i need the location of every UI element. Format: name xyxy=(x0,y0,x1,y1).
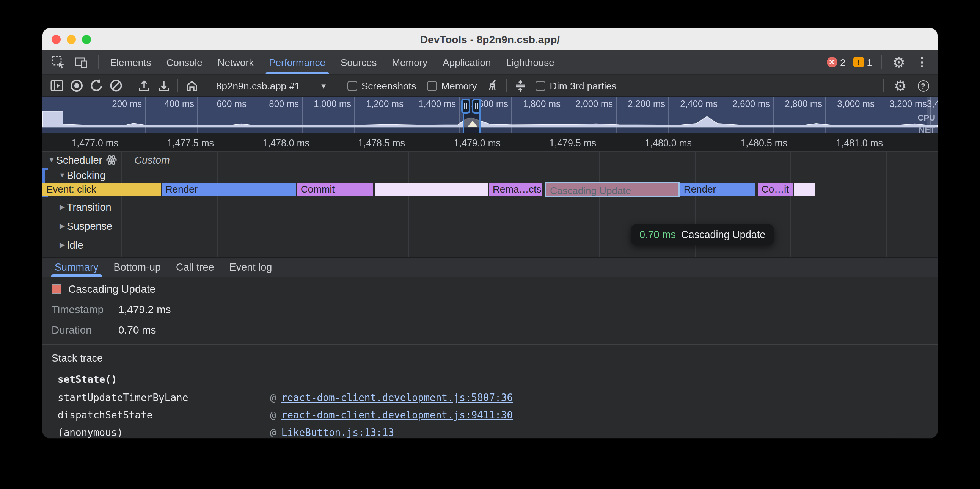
frame-source-link[interactable]: LikeButton.js:13:13 xyxy=(282,427,394,438)
gridline xyxy=(791,152,791,257)
divider xyxy=(883,79,884,92)
details-tabbar: SummaryBottom-upCall treeEvent log xyxy=(43,257,937,278)
frame-source-link[interactable]: react-dom-client.development.js:5807:36 xyxy=(282,392,513,403)
event-bar-commit[interactable]: Commit xyxy=(297,183,373,196)
chevron-expanded-icon[interactable]: ▼ xyxy=(47,156,56,164)
frame-function: dispatchSetState xyxy=(58,410,270,421)
chevron-expanded-icon[interactable]: ▼ xyxy=(58,171,67,179)
collapse-tracks-icon[interactable] xyxy=(510,76,530,95)
event-bar-unlabeled[interactable] xyxy=(374,183,488,196)
upload-profile-icon[interactable] xyxy=(134,76,154,95)
chevron-collapsed-icon[interactable]: ▶ xyxy=(58,203,67,211)
selection-right-handle[interactable] xyxy=(472,98,481,114)
cpu-activity-chart xyxy=(43,111,937,127)
tab-elements[interactable]: Elements xyxy=(102,50,159,74)
reload-record-icon[interactable] xyxy=(86,76,106,95)
screenshots-label: Screenshots xyxy=(361,80,417,91)
stack-frame--anonymous-: (anonymous)@LikeButton.js:13:13 xyxy=(58,427,394,438)
lane-label: Suspense xyxy=(67,220,112,232)
tabbar-left-icons xyxy=(43,50,102,74)
screenshots-checkbox[interactable] xyxy=(347,81,357,90)
frame-at-symbol: @ xyxy=(270,410,276,421)
gridline xyxy=(504,152,504,257)
tab-event-log[interactable]: Event log xyxy=(222,258,280,277)
tab-application[interactable]: Application xyxy=(435,50,498,74)
event-bar-rema-cts[interactable]: Rema…cts xyxy=(489,183,542,196)
memory-checkbox[interactable] xyxy=(427,81,437,90)
perf-toolbar: 8p2n9n.csb.app #1 ▼ Screenshots Memory xyxy=(43,75,937,97)
titlebar: DevTools - 8p2n9n.csb.app/ xyxy=(43,28,937,50)
target-select-value: 8p2n9n.csb.app #1 xyxy=(216,80,300,91)
stack-frame-startupdatetimerbylane: startUpdateTimerByLane@react-dom-client.… xyxy=(58,392,513,403)
tab-network[interactable]: Network xyxy=(210,50,261,74)
tab-summary[interactable]: Summary xyxy=(47,258,106,277)
dim-3rd-parties-checkbox[interactable] xyxy=(535,81,545,90)
stack-frame-dispatchsetstate: dispatchSetState@react-dom-client.develo… xyxy=(58,410,513,421)
toolbar-right: ⚙ ? xyxy=(879,76,933,95)
divider xyxy=(178,79,178,92)
home-icon[interactable] xyxy=(182,76,202,95)
ruler-label: 1,477.0 ms xyxy=(50,138,118,149)
overview-tick-label: 600 ms xyxy=(196,98,247,109)
tab-memory[interactable]: Memory xyxy=(384,50,435,74)
event-bar-co-it[interactable]: Co…it xyxy=(758,183,793,196)
dim-3rd-parties-checkbox-item: Dim 3rd parties xyxy=(530,80,622,91)
summary-row-label: Duration xyxy=(52,324,112,336)
cpu-label: CPU xyxy=(918,113,935,122)
gridline xyxy=(217,152,218,257)
event-bar-render[interactable]: Render xyxy=(162,183,296,196)
chevron-collapsed-icon[interactable]: ▶ xyxy=(58,241,67,249)
tab-sources[interactable]: Sources xyxy=(333,50,384,74)
dim-3rd-parties-label: Dim 3rd parties xyxy=(550,80,616,91)
divider xyxy=(337,79,338,92)
overview-tick-label: 2,400 ms xyxy=(668,98,718,109)
lane-blocking[interactable]: ▼ Blocking xyxy=(43,168,105,182)
devtools-window: DevTools - 8p2n9n.csb.app/ xyxy=(43,28,937,438)
frame-source-link[interactable]: react-dom-client.development.js:9411:30 xyxy=(282,410,513,421)
minimize-window-button[interactable] xyxy=(67,35,76,44)
garbage-collect-brush-icon[interactable] xyxy=(482,76,502,95)
clear-icon[interactable] xyxy=(106,76,126,95)
zoom-window-button[interactable] xyxy=(82,35,91,44)
tab-performance[interactable]: Performance xyxy=(261,50,333,74)
tab-call-tree[interactable]: Call tree xyxy=(169,258,222,277)
network-strip xyxy=(43,127,937,133)
event-bar-cascading-update[interactable]: Cascading Update xyxy=(545,182,679,197)
kebab-menu-icon[interactable] xyxy=(912,52,931,72)
summary-row-label: Timestamp xyxy=(52,303,112,315)
lane-idle[interactable]: ▶Idle xyxy=(43,237,83,252)
timeline-overview[interactable]: 200 ms400 ms600 ms800 ms1,000 ms1,200 ms… xyxy=(43,97,937,133)
lane-suspense[interactable]: ▶Suspense xyxy=(43,218,112,233)
console-errors-badge[interactable]: ✕ 2 xyxy=(824,57,848,68)
frame-function: startUpdateTimerByLane xyxy=(58,392,270,403)
event-tooltip: 0.70 ms Cascading Update xyxy=(631,224,774,245)
toggle-sidebar-icon[interactable] xyxy=(47,76,67,95)
inspect-element-icon[interactable] xyxy=(49,52,68,72)
close-window-button[interactable] xyxy=(52,35,61,44)
tab-lighthouse[interactable]: Lighthouse xyxy=(499,50,562,74)
event-bar-event-click[interactable]: Event: click xyxy=(43,183,161,196)
download-profile-icon[interactable] xyxy=(154,76,174,95)
settings-gear-icon[interactable]: ⚙ xyxy=(889,52,909,72)
overview-tick-label: 2,600 ms xyxy=(720,98,770,109)
help-icon[interactable]: ? xyxy=(913,76,933,95)
chevron-collapsed-icon[interactable]: ▶ xyxy=(58,222,67,230)
device-toolbar-icon[interactable] xyxy=(71,52,91,72)
issues-badge[interactable]: ! 1 xyxy=(851,57,875,68)
overview-tick-label: 1,400 ms xyxy=(406,98,456,109)
target-select[interactable]: 8p2n9n.csb.app #1 ▼ xyxy=(210,80,333,91)
summary-row-value: 1,479.2 ms xyxy=(118,303,171,315)
record-icon[interactable] xyxy=(67,76,86,95)
track-scheduler[interactable]: ▼ Scheduler — Custom xyxy=(43,153,170,167)
selection-left-handle[interactable] xyxy=(461,98,470,114)
tab-console[interactable]: Console xyxy=(159,50,210,74)
capture-settings-gear-icon[interactable]: ⚙ xyxy=(891,76,910,95)
lane-transition[interactable]: ▶Transition xyxy=(43,199,111,214)
stack-trace-heading: Stack trace xyxy=(52,352,103,364)
frame-at-symbol: @ xyxy=(270,427,276,438)
event-bar-render[interactable]: Render xyxy=(680,183,754,196)
event-bar-unlabeled[interactable] xyxy=(794,183,814,196)
summary-event-title-row: Cascading Update xyxy=(52,283,156,295)
gridline xyxy=(599,152,600,257)
tab-bottom-up[interactable]: Bottom-up xyxy=(106,258,169,277)
